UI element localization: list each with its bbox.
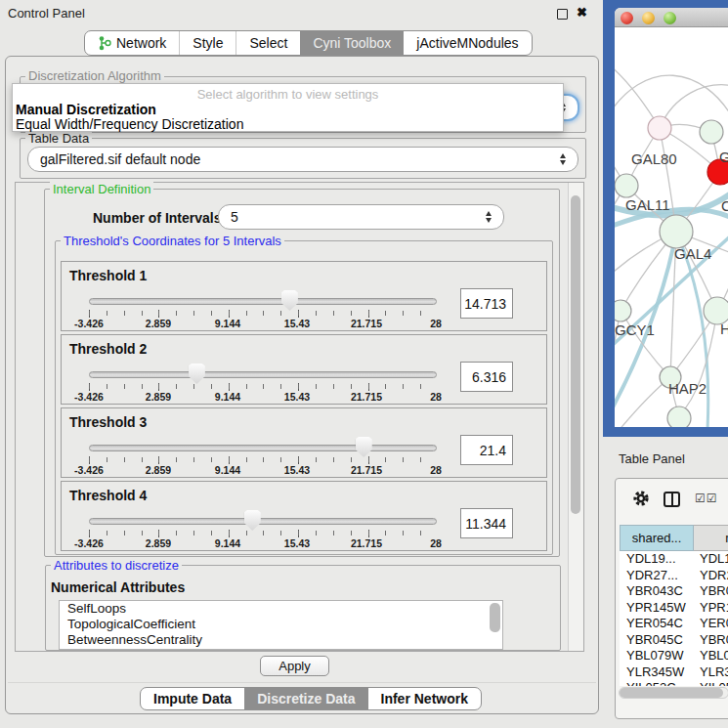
tab-infer-network[interactable]: Infer Network — [368, 688, 481, 709]
number-of-intervals-label: Number of Intervals — [93, 210, 221, 226]
gear-icon[interactable] — [632, 490, 650, 507]
table-row[interactable]: YPR145WYPR14 — [620, 600, 728, 617]
network-node[interactable] — [660, 215, 693, 248]
network-node[interactable] — [648, 116, 671, 140]
cell-shared-name[interactable]: YDL19... — [620, 551, 694, 568]
threshold-3-slider-track[interactable] — [89, 445, 437, 451]
tab-cyni-toolbox[interactable]: Cyni Toolbox — [300, 31, 404, 55]
threshold-3-panel: Threshold 3 -3.426 2.859 9.144 15.43 21.… — [61, 407, 547, 478]
threshold-2-slider-track[interactable] — [89, 371, 437, 378]
cell-name[interactable]: YDR27 — [694, 568, 728, 584]
dropdown-option-manual-discretization[interactable]: Manual Discretization — [16, 102, 156, 117]
table-row[interactable]: YDL19...YDL19 — [620, 551, 728, 568]
close-icon[interactable]: ✖ — [577, 5, 587, 20]
cell-name[interactable]: YIL05 — [694, 680, 728, 686]
tab-style[interactable]: Style — [179, 31, 236, 55]
combo-spinner-icon — [486, 211, 492, 223]
table-data-combobox[interactable]: galFiltered.sif default node — [27, 147, 578, 172]
tab-select[interactable]: Select — [236, 31, 300, 55]
cell-shared-name[interactable]: YLR345W — [620, 664, 694, 681]
threshold-4-slider-handle[interactable] — [244, 510, 261, 531]
threshold-2-value-field[interactable] — [460, 362, 513, 392]
network-canvas[interactable]: GAL80 GA C GAL11 GAL4 GCY1 H HAP2 — [615, 27, 728, 427]
network-node[interactable] — [615, 300, 631, 321]
dropdown-option-equal-width-frequency[interactable]: Equal Width/Frequency Discretization — [16, 116, 243, 132]
select-columns-checkboxes-icon[interactable]: ☑☑ — [695, 492, 718, 505]
cell-shared-name[interactable]: YBL079W — [620, 648, 694, 664]
close-traffic-light[interactable] — [621, 12, 633, 24]
node-label-gcy1: GCY1 — [615, 321, 655, 338]
tab-network[interactable]: Network — [85, 31, 179, 55]
table-row[interactable]: YIL052CYIL05 — [620, 680, 728, 686]
network-node[interactable] — [667, 407, 691, 427]
table-data-group-label: Table Data — [25, 131, 92, 146]
node-label-ga: GA — [719, 149, 728, 165]
tick-label: -3.426 — [60, 318, 118, 329]
threshold-2-slider-handle[interactable] — [189, 364, 205, 384]
tab-jactivemnodules-label: jActiveMNodules — [416, 31, 518, 55]
tick-label: 2.859 — [129, 464, 188, 476]
threshold-4-slider-track[interactable] — [89, 518, 437, 525]
network-node[interactable] — [615, 174, 638, 197]
cell-name[interactable]: YER05 — [694, 616, 728, 632]
tick-label: 21.715 — [337, 537, 396, 549]
attributes-group-label: Attributes to discretize — [51, 558, 182, 573]
cell-name[interactable]: YDL19 — [694, 551, 728, 568]
column-header-name[interactable]: na — [694, 525, 728, 551]
tab-jactivemnodules[interactable]: jActiveMNodules — [404, 31, 531, 55]
minimize-traffic-light[interactable] — [642, 12, 655, 24]
cell-shared-name[interactable]: YPR145W — [620, 600, 694, 617]
node-label-c: C — [721, 197, 728, 214]
cell-name[interactable]: YBR04 — [694, 583, 728, 600]
cell-name[interactable]: YBL07 — [694, 648, 728, 664]
tab-discretize-data[interactable]: Discretize Data — [244, 688, 367, 709]
threshold-2-panel: Threshold 2 -3.426 2.859 9.144 15.43 21.… — [61, 334, 547, 405]
threshold-1-slider-handle[interactable] — [281, 290, 298, 311]
cell-shared-name[interactable]: YER054C — [620, 616, 694, 632]
list-item-selfloops[interactable]: SelfLoops — [60, 601, 502, 617]
table-panel-toolbar: ☑☑ — [616, 479, 728, 520]
zoom-traffic-light[interactable] — [664, 12, 676, 24]
tab-impute-data-label: Impute Data — [153, 688, 232, 709]
node-label-gal11: GAL11 — [625, 196, 670, 213]
tab-impute-data[interactable]: Impute Data — [141, 688, 244, 709]
cell-shared-name[interactable]: YDR27... — [620, 568, 694, 584]
tab-style-label: Style — [193, 31, 223, 55]
cell-name[interactable]: YBR04 — [694, 632, 728, 649]
threshold-3-value-field[interactable] — [460, 435, 513, 465]
node-label-gal4: GAL4 — [674, 245, 711, 262]
apply-button[interactable]: Apply — [260, 656, 329, 676]
control-panel-header: Control Panel ✖ — [0, 0, 603, 27]
columns-icon[interactable] — [664, 492, 680, 507]
column-header-shared-name[interactable]: shared... — [620, 525, 694, 551]
list-scrollbar-thumb[interactable] — [490, 603, 500, 632]
cyni-bottom-tabbar: Impute Data Discretize Data Infer Networ… — [140, 687, 482, 710]
table-row[interactable]: YBL079WYBL07 — [620, 648, 728, 664]
number-of-intervals-combobox[interactable]: 5 — [218, 204, 504, 230]
cell-name[interactable]: YPR14 — [694, 600, 728, 617]
list-item-betweennesscentrality[interactable]: BetweennessCentrality — [60, 632, 502, 648]
threshold-3-slider-handle[interactable] — [356, 437, 372, 457]
table-hscrollbar-thumb[interactable] — [620, 688, 723, 698]
tab-infer-network-label: Infer Network — [381, 688, 468, 709]
cell-shared-name[interactable]: YIL052C — [620, 680, 694, 686]
cell-shared-name[interactable]: YBR045C — [620, 632, 694, 649]
table-row[interactable]: YBR043CYBR04 — [620, 583, 728, 600]
float-window-icon[interactable] — [557, 9, 568, 20]
network-window-titlebar[interactable] — [615, 8, 728, 27]
table-row[interactable]: YLR345WYLR34 — [620, 664, 728, 681]
tick-label: -3.426 — [60, 537, 118, 549]
list-item-topologicalcoefficient[interactable]: TopologicalCoefficient — [60, 617, 502, 632]
network-node[interactable] — [700, 120, 723, 144]
threshold-1-slider-track[interactable] — [89, 298, 437, 305]
threshold-4-value-field[interactable] — [460, 508, 513, 538]
table-row[interactable]: YER054CYER05 — [620, 616, 728, 632]
threshold-1-value-field[interactable] — [460, 288, 513, 319]
cell-shared-name[interactable]: YBR043C — [620, 583, 694, 600]
table-row[interactable]: YBR045CYBR04 — [620, 632, 728, 649]
table-row[interactable]: YDR27...YDR27 — [620, 568, 728, 584]
tick-label: -3.426 — [60, 464, 118, 476]
cell-name[interactable]: YLR34 — [694, 664, 728, 681]
scrollbar-thumb[interactable] — [571, 195, 580, 514]
threshold-4-panel: Threshold 4 -3.426 2.859 9.144 15.43 21.… — [61, 481, 547, 551]
